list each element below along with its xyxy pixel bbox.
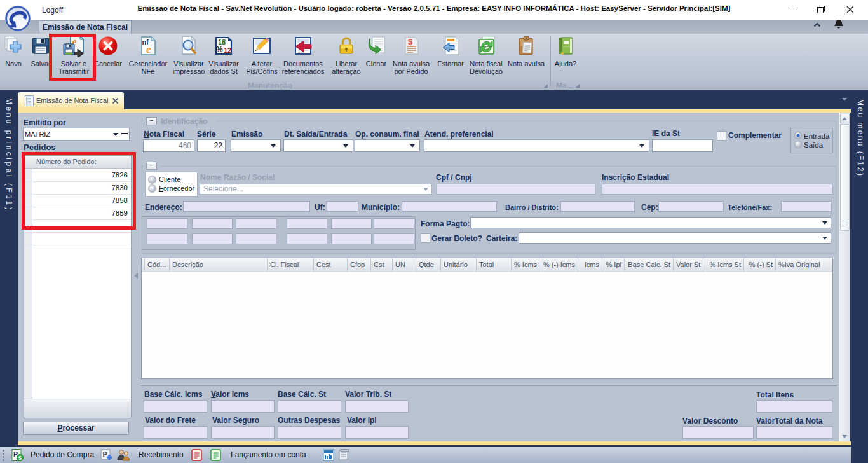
- svg-text:12: 12: [224, 46, 231, 54]
- svg-text:%: %: [216, 45, 223, 54]
- svg-text:$: $: [18, 455, 22, 461]
- svg-text:P: P: [103, 450, 107, 458]
- svg-text:e: e: [146, 43, 151, 55]
- svg-text:$: $: [408, 37, 413, 46]
